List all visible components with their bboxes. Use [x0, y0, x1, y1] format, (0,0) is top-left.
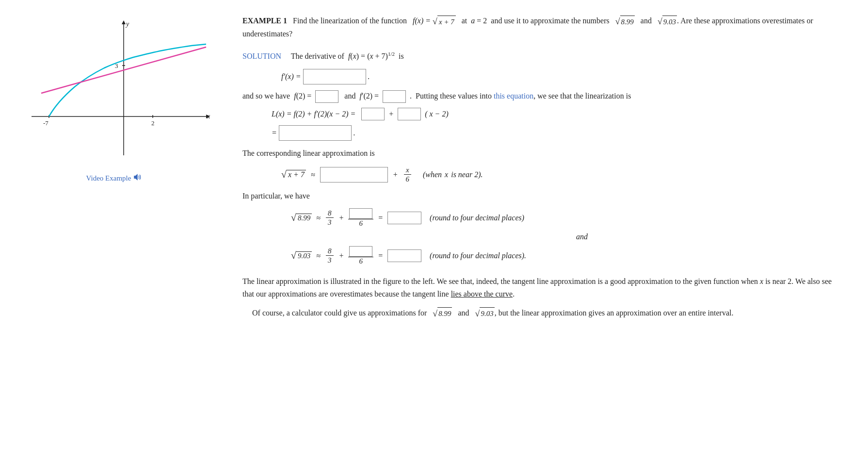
- approx-box-input[interactable]: [320, 167, 388, 182]
- fprime-input[interactable]: [303, 69, 366, 84]
- lx-box2-input[interactable]: [398, 108, 421, 120]
- x-over-6: x 6: [403, 166, 411, 183]
- in-particular-line: In particular, we have: [242, 189, 844, 203]
- sqrt-899-label: √ 8.99: [291, 212, 312, 223]
- lx-box1-input[interactable]: [361, 108, 385, 120]
- video-example-link[interactable]: Video Example: [86, 173, 142, 183]
- solution-label: SOLUTION: [242, 52, 281, 61]
- sqrt903-result-input[interactable]: [387, 249, 421, 262]
- linear-approx-display: √ x + 7 ≈ + x 6 (when x is near 2).: [281, 166, 844, 183]
- fprime-label: f′(x) =: [281, 72, 301, 81]
- graph-container: x y 2 -7 3: [17, 19, 211, 165]
- function-expression: f(x) = √ x + 7: [413, 17, 458, 25]
- lx-label: L(x) = f(2) + f′(2)(x − 2) =: [272, 110, 355, 118]
- this-equation-link[interactable]: this equation: [494, 92, 533, 100]
- paragraph2: Of course, a calculator could give us ap…: [242, 307, 844, 320]
- sqrt899-approx-display: √ 8.99 ≈ 8 3 + 6 = (round to four decima…: [291, 208, 844, 228]
- and-centered: and: [320, 232, 844, 241]
- example-label: EXAMPLE 1: [242, 17, 287, 25]
- linear-approx-heading: The corresponding linear approximation i…: [242, 147, 844, 161]
- sqrt899-box-input[interactable]: [349, 208, 372, 219]
- paragraph1: The linear approximation is illustrated …: [242, 275, 844, 301]
- right-panel: EXAMPLE 1 Find the linearization of the …: [223, 0, 868, 464]
- solution-section: SOLUTION The derivative of f(x) = (x + 7…: [242, 50, 844, 320]
- lx-result-display: = .: [272, 125, 844, 141]
- frac-8-3: 8 3: [326, 209, 334, 227]
- sqrt903-approx-display: √ 9.03 ≈ 8 3 + 6 = (round to four decima…: [291, 246, 844, 265]
- f2-input[interactable]: [315, 90, 338, 103]
- svg-text:2: 2: [151, 119, 155, 127]
- sqrt899-result-input[interactable]: [387, 212, 421, 224]
- sqrt903-box-input[interactable]: [349, 246, 372, 257]
- lx-result-input[interactable]: [279, 125, 352, 141]
- sqrt-899-header: √ 8.99: [615, 16, 635, 28]
- box-over-6b-fraction: 6: [348, 246, 373, 265]
- sqrt-903-header: √ 9.03: [658, 16, 677, 28]
- svg-text:y: y: [125, 20, 129, 28]
- sqrt-x7-label: √ x + 7: [281, 169, 306, 180]
- box-over-6-fraction: 6: [348, 208, 373, 228]
- speaker-icon: [133, 173, 142, 183]
- svg-marker-13: [134, 174, 138, 181]
- example-header: EXAMPLE 1 Find the linearization of the …: [242, 15, 844, 40]
- solution-intro-line: SOLUTION The derivative of f(x) = (x + 7…: [242, 50, 844, 64]
- left-panel: x y 2 -7 3: [0, 0, 223, 464]
- lx-display: L(x) = f(2) + f′(2)(x − 2) = + (x − 2): [272, 108, 844, 120]
- svg-marker-3: [122, 20, 126, 24]
- svg-text:x: x: [207, 113, 210, 120]
- sqrt-899-p2: √ 8.99: [433, 307, 452, 320]
- sqrt-903-label: √ 9.03: [291, 250, 312, 261]
- video-example-label: Video Example: [86, 174, 131, 182]
- graph-svg: x y 2 -7 3: [17, 19, 211, 165]
- sqrt-903-p2: √ 9.03: [475, 307, 495, 320]
- f2-line: and so we have f(2) = and f′(2) = . Putt…: [242, 89, 844, 103]
- fprime2-input[interactable]: [383, 90, 406, 103]
- frac-8-3-b: 8 3: [326, 247, 334, 265]
- svg-text:-7: -7: [43, 119, 48, 127]
- fprime-display: f′(x) = .: [281, 69, 844, 84]
